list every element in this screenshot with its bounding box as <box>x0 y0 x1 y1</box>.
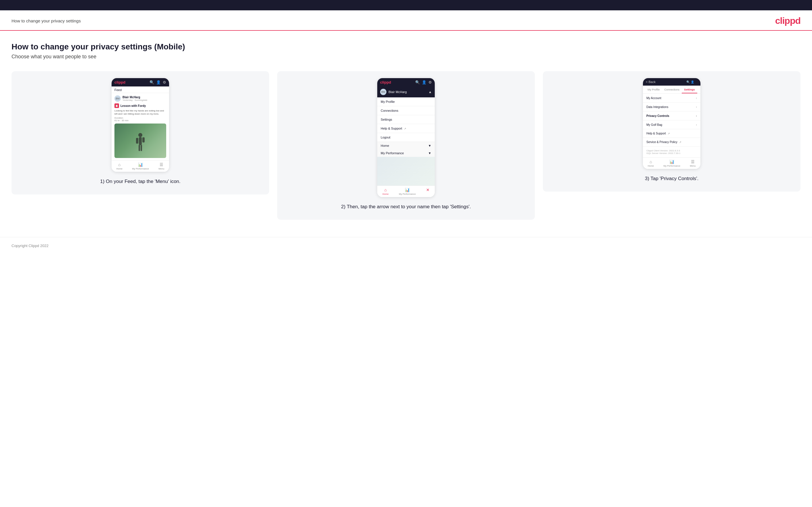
performance-icon: 📊 <box>138 162 143 167</box>
menu-user-info: BM Blair McHarg <box>380 89 407 95</box>
page-title: How to change your privacy settings (Mob… <box>11 42 801 51</box>
menu-label-3: Menu <box>690 165 696 167</box>
menu-avatar: BM <box>380 89 387 95</box>
bottom-close[interactable]: ✕ <box>426 187 429 195</box>
header-title: How to change your privacy settings <box>11 18 81 23</box>
phone-1-nav: clippd 🔍 👤 ⚙ <box>111 78 169 87</box>
main-content: How to change your privacy settings (Mob… <box>0 31 812 237</box>
svg-rect-5 <box>141 145 142 151</box>
home-icon-2: ⌂ <box>384 187 387 192</box>
menu-section-home[interactable]: Home▼ <box>377 142 435 149</box>
performance-label-3: My Performance <box>663 165 680 167</box>
settings-icon-2: ⚙ <box>428 80 432 84</box>
menu-overlay: My Profile Connections Settings Help & S… <box>377 97 435 185</box>
privacy-controls-label: Privacy Controls <box>646 114 669 117</box>
user-icon-2: 👤 <box>422 80 426 84</box>
settings-item-my-account[interactable]: My Account › <box>643 94 701 103</box>
performance-icon-2: 📊 <box>405 187 410 192</box>
lesson-icon: 📋 <box>114 103 119 108</box>
menu-item-profile[interactable]: My Profile <box>377 97 435 106</box>
bottom-home-3[interactable]: ⌂ Home <box>648 159 654 167</box>
tab-connections[interactable]: Connections <box>662 86 682 93</box>
menu-item-logout[interactable]: Logout <box>377 133 435 142</box>
service-label: Service & Privacy Policy ↗ <box>646 140 681 144</box>
performance-icon-3: 📊 <box>669 159 674 164</box>
bottom-performance-2[interactable]: 📊 My Performance <box>399 187 416 195</box>
bottom-performance-3[interactable]: 📊 My Performance <box>663 159 680 167</box>
tab-settings[interactable]: Settings <box>682 86 697 93</box>
step-3-phone: < Back 🔍 👤 ⚙ My Profile Connections Sett… <box>643 78 701 169</box>
menu-item-settings[interactable]: Settings <box>377 115 435 124</box>
step-1-card: clippd 🔍 👤 ⚙ Feed BM Blair <box>11 71 269 194</box>
settings-tabs: My Profile Connections Settings <box>643 86 701 94</box>
settings-item-service[interactable]: Service & Privacy Policy ↗ <box>643 138 701 147</box>
tab-my-profile[interactable]: My Profile <box>645 86 662 93</box>
settings-item-help[interactable]: Help & Support ↗ <box>643 129 701 138</box>
footer-line-2: GQL Server Version: 2022.7.30-1 <box>646 152 697 155</box>
settings-item-golf-bag[interactable]: My Golf Bag › <box>643 120 701 129</box>
search-icon-2: 🔍 <box>415 80 420 84</box>
user-icon: 👤 <box>156 80 161 84</box>
svg-rect-4 <box>139 145 140 151</box>
step-2-phone: clippd 🔍 👤 ⚙ BM Blair McHarg ▲ <box>377 78 435 197</box>
menu-item-help[interactable]: Help & Support ↗ <box>377 124 435 133</box>
close-icon: ✕ <box>426 187 429 192</box>
step-2-card: clippd 🔍 👤 ⚙ BM Blair McHarg ▲ <box>277 71 535 220</box>
post-user-row: BM Blair McHarg Yesterday · Sunningdale <box>114 95 166 102</box>
menu-label: Menu <box>158 167 164 170</box>
svg-rect-3 <box>142 137 145 143</box>
post-user-sub: Yesterday · Sunningdale <box>122 99 147 101</box>
back-button[interactable]: < Back <box>646 80 656 83</box>
svg-point-0 <box>138 133 142 137</box>
step-2-caption: 2) Then, tap the arrow next to your name… <box>341 204 471 211</box>
chevron-right-icon: › <box>696 96 697 100</box>
menu-item-connections[interactable]: Connections <box>377 106 435 115</box>
performance-label: My Performance <box>132 167 149 170</box>
feed-tab[interactable]: Feed <box>111 87 169 93</box>
phone-2-icons: 🔍 👤 ⚙ <box>415 80 432 84</box>
phone-3-icons: 🔍 👤 ⚙ <box>687 80 698 83</box>
logo: clippd <box>775 15 801 26</box>
settings-item-privacy-controls[interactable]: Privacy Controls › <box>643 111 701 120</box>
page-subtitle: Choose what you want people to see <box>11 54 801 60</box>
menu-section-performance[interactable]: My Performance▼ <box>377 149 435 157</box>
search-icon: 🔍 <box>150 80 154 84</box>
phone-1-brand: clippd <box>114 80 125 84</box>
settings-footer: Clippd Client Version: 2022.8.3-3 GQL Se… <box>643 147 701 157</box>
settings-icon-3: ⚙ <box>695 80 698 83</box>
phone-2-nav: clippd 🔍 👤 ⚙ <box>377 78 435 87</box>
bottom-home[interactable]: ⌂ Home <box>116 162 122 170</box>
bottom-menu-3[interactable]: ☰ Menu <box>690 159 696 167</box>
step-3-card: < Back 🔍 👤 ⚙ My Profile Connections Sett… <box>543 71 801 191</box>
home-icon: ⌂ <box>118 162 120 167</box>
post-lesson-row: 📋 Lesson with Fordy <box>114 103 166 108</box>
menu-icon: ☰ <box>160 162 163 167</box>
chevron-right-icon-3: › <box>696 114 697 117</box>
menu-icon-3: ☰ <box>691 159 695 164</box>
post-desc: Looking to feel like my hands are exitin… <box>114 109 166 115</box>
data-integrations-label: Data Integrations <box>646 105 668 109</box>
post-avatar: BM <box>114 95 121 102</box>
phone-2-bottom: ⌂ Home 📊 My Performance ✕ <box>377 185 435 197</box>
chevron-right-icon-2: › <box>696 105 697 109</box>
bottom-performance[interactable]: 📊 My Performance <box>132 162 149 170</box>
home-label-3: Home <box>648 165 654 167</box>
menu-user-row: BM Blair McHarg ▲ <box>377 87 435 97</box>
bottom-menu[interactable]: ☰ Menu <box>158 162 164 170</box>
svg-rect-2 <box>136 138 138 144</box>
phone-1-icons: 🔍 👤 ⚙ <box>150 80 166 84</box>
home-label: Home <box>116 167 122 170</box>
golf-bag-label: My Golf Bag <box>646 123 662 126</box>
settings-back-nav: < Back 🔍 👤 ⚙ <box>643 78 701 86</box>
header: How to change your privacy settings clip… <box>0 10 812 31</box>
copyright-text: Copyright Clippd 2022 <box>11 243 49 248</box>
phone-3-bottom: ⌂ Home 📊 My Performance ☰ Menu <box>643 157 701 169</box>
menu-chevron-up[interactable]: ▲ <box>428 90 432 94</box>
my-account-label: My Account <box>646 97 661 100</box>
step-3-caption: 3) Tap 'Privacy Controls'. <box>645 175 699 182</box>
bottom-home-2[interactable]: ⌂ Home <box>383 187 389 195</box>
settings-list: My Account › Data Integrations › Privacy… <box>643 94 701 147</box>
settings-item-data-integrations[interactable]: Data Integrations › <box>643 103 701 111</box>
footer: Copyright Clippd 2022 <box>0 237 812 254</box>
post-user-name: Blair McHarg <box>122 96 147 99</box>
